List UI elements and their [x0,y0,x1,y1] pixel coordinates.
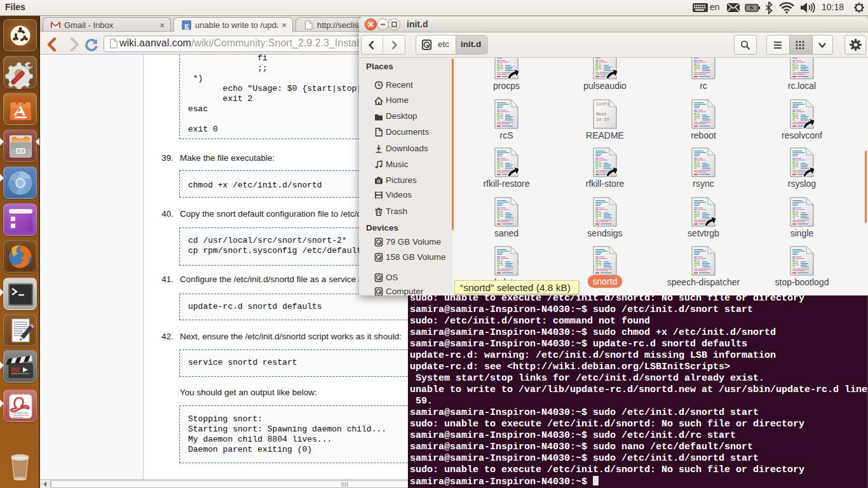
svg-text:g: g [184,20,189,30]
